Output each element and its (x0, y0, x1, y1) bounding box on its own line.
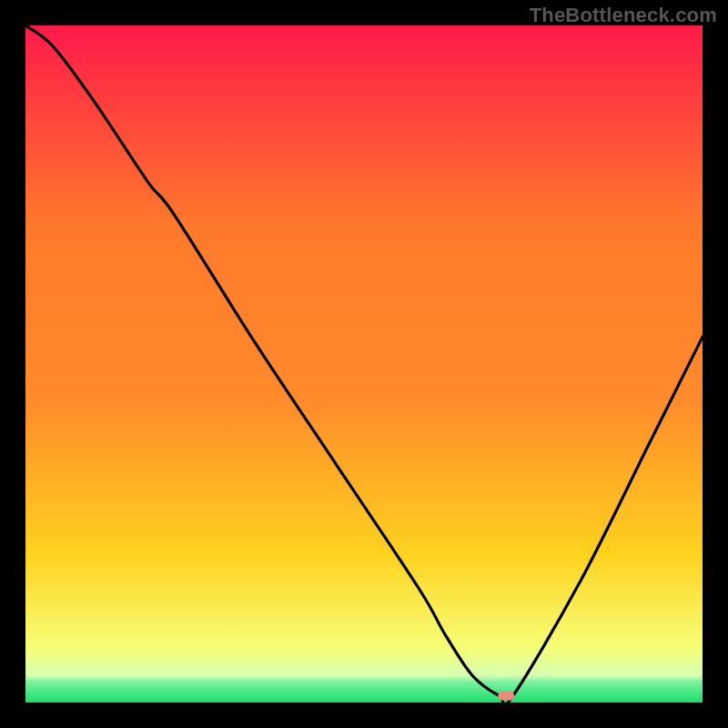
bottleneck-curve (25, 25, 703, 703)
curve-layer (25, 25, 703, 703)
optimal-point-marker (498, 691, 514, 700)
plot-area (25, 25, 703, 703)
watermark-text: TheBottleneck.com (530, 4, 717, 27)
chart-frame: TheBottleneck.com (0, 0, 728, 728)
